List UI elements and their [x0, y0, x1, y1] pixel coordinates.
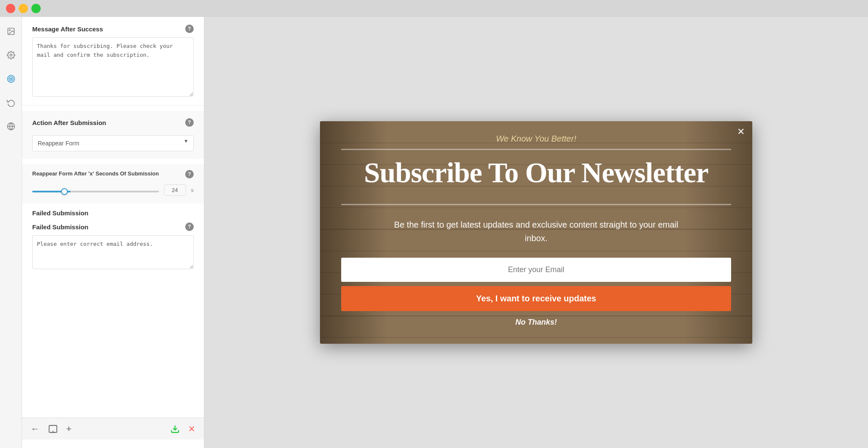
action-after-submission-help-icon[interactable]: ?: [185, 118, 194, 127]
maximize-button[interactable]: [31, 4, 41, 13]
reappear-slider[interactable]: [32, 191, 159, 192]
sidebar-item-history[interactable]: [3, 95, 19, 110]
popup-email-input[interactable]: [341, 258, 731, 282]
popup-close-button[interactable]: ✕: [737, 127, 745, 136]
failed-submission-section: Failed Submission ? Please enter correct…: [22, 220, 204, 277]
download-button[interactable]: [170, 424, 180, 434]
message-after-success-help-icon[interactable]: ?: [185, 25, 194, 33]
message-after-success-textarea[interactable]: Thanks for subscribing. Please check you…: [32, 37, 194, 97]
slider-row: 24 s: [32, 184, 194, 196]
action-dropdown-wrapper: Reappear Form Redirect to URL Do Nothing…: [32, 131, 194, 151]
svg-point-2: [10, 54, 12, 56]
action-after-submission-header: Action After Submission ?: [32, 118, 194, 127]
svg-point-5: [10, 78, 11, 79]
reappear-form-section: Reappear Form After 'x' Seconds Of Submi…: [22, 164, 204, 203]
svg-point-4: [9, 77, 13, 81]
add-button[interactable]: +: [66, 423, 72, 434]
popup-modal: ✕ We Know You Better! Subscribe To Our N…: [320, 121, 752, 344]
sidebar: Message After Success ? Thanks for subsc…: [22, 17, 204, 448]
reappear-form-help-icon[interactable]: ?: [185, 170, 194, 178]
main-content: ✕ We Know You Better! Subscribe To Our N…: [204, 17, 868, 448]
close-toolbar-button[interactable]: ✕: [188, 424, 195, 434]
action-after-submission-title: Action After Submission: [32, 119, 106, 126]
message-after-success-section: Message After Success ? Thanks for subsc…: [22, 17, 204, 106]
action-after-submission-section: Action After Submission ? Reappear Form …: [22, 111, 204, 159]
sidebar-item-target[interactable]: [3, 71, 19, 86]
popup-description: Be the first to get latest updates and e…: [392, 218, 680, 245]
message-after-success-header: Message After Success ?: [32, 25, 194, 33]
slider-value-display: 24: [164, 184, 186, 196]
titlebar: [0, 0, 868, 17]
failed-submission-textarea[interactable]: Please enter correct email address.: [32, 235, 194, 269]
icon-bar: [0, 17, 22, 448]
toolbar-right: ✕: [170, 424, 195, 434]
popup-bottom-divider: [341, 204, 731, 205]
sidebar-item-settings[interactable]: [3, 47, 19, 63]
sidebar-item-image[interactable]: [3, 24, 19, 39]
popup-title: Subscribe To Our Newsletter: [341, 150, 731, 195]
popup-submit-button[interactable]: Yes, I want to receive updates: [341, 286, 731, 311]
popup-subtitle: We Know You Better!: [341, 134, 731, 144]
sidebar-item-globe[interactable]: [3, 119, 19, 134]
failed-submission-header: Failed Submission: [22, 203, 204, 220]
failed-submission-sub-header: Failed Submission ?: [32, 223, 194, 231]
popup-content: We Know You Better! Subscribe To Our New…: [341, 134, 731, 327]
toolbar-left: ← +: [31, 423, 72, 434]
slider-container: [32, 186, 159, 194]
close-button[interactable]: [6, 4, 15, 13]
back-button[interactable]: ←: [31, 423, 40, 434]
sidebar-bottom-toolbar: ← + ✕: [22, 417, 204, 440]
reappear-form-label: Reappear Form After 'x' Seconds Of Submi…: [32, 170, 185, 178]
svg-point-1: [9, 30, 10, 31]
reappear-form-label-row: Reappear Form After 'x' Seconds Of Submi…: [32, 170, 194, 178]
failed-submission-help-icon[interactable]: ?: [185, 223, 194, 231]
preview-button[interactable]: [48, 423, 58, 434]
app-layout: Message After Success ? Thanks for subsc…: [0, 17, 868, 448]
message-after-success-title: Message After Success: [32, 25, 103, 33]
popup-background: We Know You Better! Subscribe To Our New…: [320, 121, 752, 344]
action-dropdown[interactable]: Reappear Form Redirect to URL Do Nothing: [32, 135, 194, 151]
failed-submission-sub-title: Failed Submission: [32, 223, 89, 231]
popup-no-thanks-link[interactable]: No Thanks!: [341, 318, 731, 327]
minimize-button[interactable]: [19, 4, 28, 13]
slider-unit: s: [191, 187, 194, 193]
